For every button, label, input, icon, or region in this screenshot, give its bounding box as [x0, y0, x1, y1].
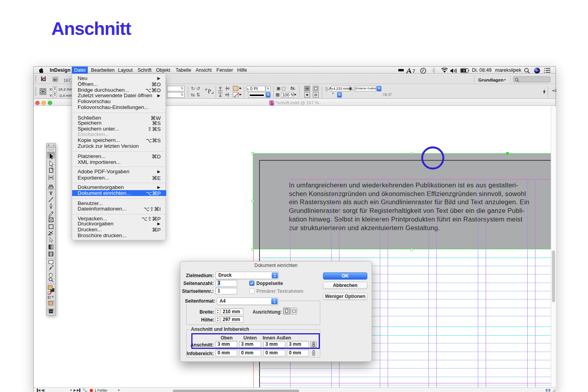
- svg-text:T: T: [49, 190, 53, 196]
- svg-text:7: 7: [412, 68, 415, 74]
